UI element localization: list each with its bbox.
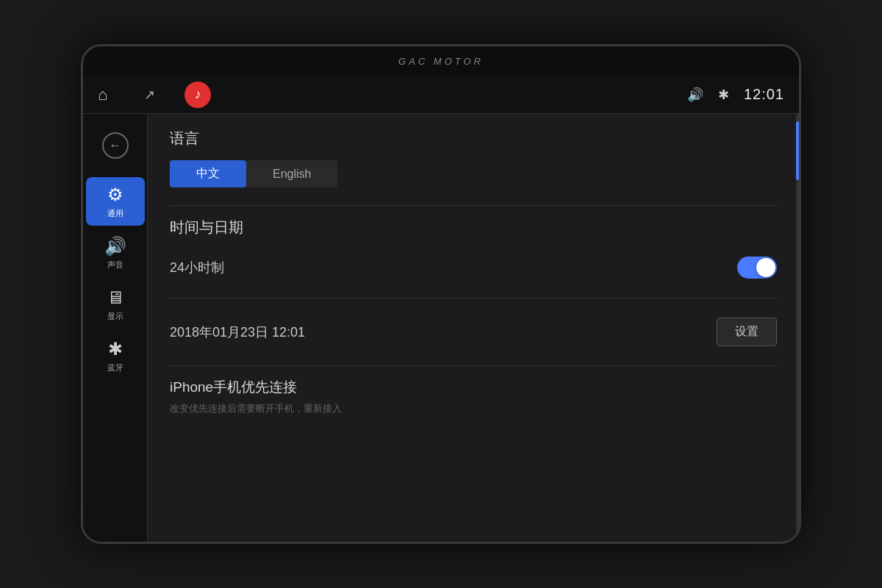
24hour-row: 24小时制	[170, 249, 777, 286]
sidebar-general-label: 通用	[107, 208, 123, 219]
language-english-button[interactable]: English	[246, 160, 337, 187]
screen: ⌂ ↗ ♪ 🔊 ✱ 12:01 ← ⚙	[83, 76, 799, 542]
sidebar-item-bluetooth[interactable]: ✱ 蓝牙	[86, 331, 145, 380]
home-icon[interactable]: ⌂	[98, 85, 107, 104]
back-button[interactable]: ←	[86, 121, 145, 170]
bluetooth-status-icon: ✱	[718, 87, 729, 103]
music-button[interactable]: ♪	[184, 82, 211, 108]
language-section-title: 语言	[170, 129, 777, 148]
display-icon: 🖥	[107, 287, 124, 308]
date-row: 2018年01月23日 12:01 设置	[170, 310, 777, 354]
scroll-indicator	[796, 114, 799, 542]
date-time-display: 2018年01月23日 12:01	[170, 323, 305, 341]
main-area: ← ⚙ 通用 🔊 声音 🖥 显示	[83, 114, 799, 542]
sidebar: ← ⚙ 通用 🔊 声音 🖥 显示	[83, 114, 148, 542]
sidebar-item-sound[interactable]: 🔊 声音	[86, 229, 145, 277]
24hour-label: 24小时制	[170, 259, 224, 276]
sidebar-display-label: 显示	[107, 311, 123, 322]
volume-icon[interactable]: 🔊	[687, 87, 703, 103]
language-chinese-button[interactable]: 中文	[170, 160, 246, 187]
language-selector: 中文 English	[170, 160, 777, 187]
nav-icon[interactable]: ↗	[144, 87, 155, 103]
scroll-thumb	[796, 121, 799, 180]
sidebar-item-display[interactable]: 🖥 显示	[86, 280, 145, 329]
clock-display: 12:01	[744, 86, 784, 103]
status-bar: ⌂ ↗ ♪ 🔊 ✱ 12:01	[83, 76, 799, 114]
set-date-button[interactable]: 设置	[717, 318, 777, 346]
brand-bar: GAC MOTOR	[83, 46, 799, 76]
sidebar-sound-label: 声音	[107, 259, 123, 270]
content-panel: 语言 中文 English 时间与日期 24小时制 2018年01月23日	[148, 114, 799, 542]
brand-logo: GAC MOTOR	[398, 56, 484, 67]
iphone-priority-description: 改变优先连接后需要断开手机，重新接入	[170, 401, 777, 416]
24hour-toggle[interactable]	[737, 257, 777, 279]
music-icon: ♪	[195, 87, 201, 102]
sound-icon: 🔊	[104, 236, 126, 257]
car-infotainment-screen: GAC MOTOR ⌂ ↗ ♪ 🔊 ✱ 12:01 ←	[81, 44, 801, 544]
sidebar-bluetooth-label: 蓝牙	[107, 362, 123, 373]
iphone-priority-title: iPhone手机优先连接	[170, 378, 777, 397]
bluetooth-icon: ✱	[108, 339, 123, 359]
gear-icon: ⚙	[107, 184, 123, 205]
time-section-title: 时间与日期	[170, 218, 777, 237]
back-circle-icon: ←	[102, 132, 129, 159]
iphone-section: iPhone手机优先连接 改变优先连接后需要断开手机，重新接入	[170, 378, 777, 416]
back-arrow-icon: ←	[110, 139, 121, 152]
divider-3	[170, 365, 777, 366]
toggle-knob	[756, 258, 775, 277]
divider-2	[170, 298, 777, 298]
sidebar-item-general[interactable]: ⚙ 通用	[86, 177, 145, 226]
divider-1	[170, 205, 777, 206]
